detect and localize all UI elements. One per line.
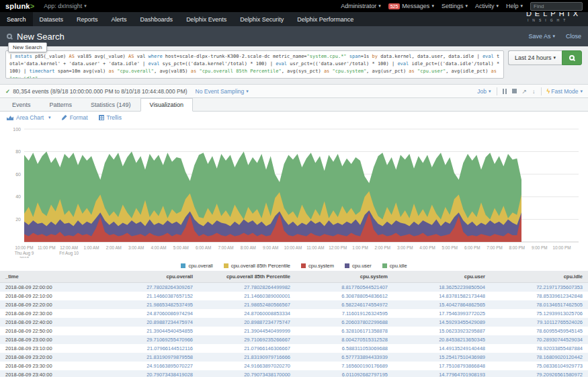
legend-item[interactable]: cpu.overall 85th Percentile <box>224 263 290 269</box>
table-cell[interactable]: 6.011092682797195 <box>296 370 393 377</box>
table-cell[interactable]: 17.75463993772025 <box>393 309 491 318</box>
table-cell[interactable]: 2018-08-09 23:30:00 <box>0 362 101 370</box>
table-cell[interactable]: 21.98653482537495 <box>101 300 198 309</box>
nav-datasets[interactable]: Datasets <box>33 12 71 26</box>
table-cell[interactable]: 21.07966144512116 <box>101 344 198 353</box>
column-header[interactable]: cpu.user <box>393 271 491 283</box>
table-cell[interactable]: 75.08336104929773 <box>491 362 588 370</box>
table-cell[interactable]: 78.85339612342848 <box>491 292 588 300</box>
table-cell[interactable]: 20.89887234475974 <box>101 318 198 327</box>
column-header[interactable]: _time <box>0 271 101 283</box>
table-cell[interactable]: 21.07966146306667 <box>198 344 296 353</box>
table-cell[interactable]: 21.83190979879558 <box>101 353 198 362</box>
run-search-button[interactable] <box>562 50 582 65</box>
column-header[interactable]: cpu.overall 85th Percentile <box>198 271 296 283</box>
table-cell[interactable]: 21.39044540454855 <box>101 327 198 335</box>
column-header[interactable]: cpu.overall <box>101 271 198 283</box>
chart-canvas[interactable]: 2040608010010:00 PM11:00 PM12:00 AM1:00 … <box>0 124 588 258</box>
nav-alerts[interactable]: Alerts <box>105 12 134 26</box>
table-cell[interactable]: 20.89887234775747 <box>198 318 296 327</box>
table-cell[interactable]: 15.25417510436989 <box>393 353 491 362</box>
chart-type-picker[interactable]: Area Chart <box>7 114 51 121</box>
tab-patterns[interactable]: Patterns <box>40 98 82 111</box>
table-cell[interactable]: 6.308788054836612 <box>296 292 393 300</box>
table-cell[interactable]: 24.91663897020270 <box>198 362 296 370</box>
table-cell[interactable]: 14.83781582173448 <box>393 292 491 300</box>
legend-item[interactable]: cpu.system <box>301 263 334 269</box>
table-cell[interactable]: 27.78028264309267 <box>101 283 198 292</box>
table-cell[interactable]: 14.77964701908193 <box>393 370 491 377</box>
table-cell[interactable]: 7.116019126324595 <box>296 309 393 318</box>
nav-delphix-events[interactable]: Delphix Events <box>179 12 233 26</box>
table-cell[interactable]: 2018-08-09 23:40:00 <box>0 370 101 377</box>
table-cell[interactable]: 6.588311053069688 <box>296 344 393 353</box>
table-cell[interactable]: 21.14660387657152 <box>101 292 198 300</box>
table-cell[interactable]: 2018-08-09 23:00:00 <box>0 335 101 344</box>
search-mode-menu[interactable]: ϟFast Mode <box>547 88 583 95</box>
nav-delphix-security[interactable]: Delphix Security <box>233 12 290 26</box>
table-cell[interactable]: 78.92033855487884 <box>491 344 588 353</box>
table-cell[interactable]: 78.60955459545145 <box>491 327 588 335</box>
app-menu[interactable]: App: dxInsight <box>44 3 87 9</box>
close-button[interactable]: Close <box>566 33 581 40</box>
format-button[interactable]: Format <box>62 114 88 121</box>
share-icon[interactable]: ↗ <box>522 88 528 95</box>
job-menu[interactable]: Job <box>477 88 491 95</box>
table-cell[interactable]: 6.582246174554972 <box>296 300 393 309</box>
table-cell[interactable]: 21.83190979716666 <box>198 353 296 362</box>
help-menu[interactable]: Help <box>506 3 523 9</box>
table-cell[interactable]: 27.78028264499982 <box>198 283 296 292</box>
table-cell[interactable]: 24.91663895070227 <box>101 362 198 370</box>
table-cell[interactable]: 2018-08-09 22:50:00 <box>0 327 101 335</box>
table-cell[interactable]: 2018-08-09 22:00:00 <box>0 283 101 292</box>
column-header[interactable]: cpu.idle <box>491 271 588 283</box>
table-cell[interactable]: 6.577733894433939 <box>296 353 393 362</box>
table-cell[interactable]: 20.79073438419028 <box>101 370 198 377</box>
table-cell[interactable]: 79.10112765524026 <box>491 318 588 327</box>
tab-visualization[interactable]: Visualization <box>140 98 193 112</box>
trellis-button[interactable]: Trellis <box>99 114 122 121</box>
user-menu[interactable]: Administrator <box>341 3 381 9</box>
table-cell[interactable]: 15.06233923295887 <box>393 327 491 335</box>
tab-statistics[interactable]: Statistics (149) <box>81 98 140 111</box>
table-cell[interactable]: 21.14660389000001 <box>198 292 296 300</box>
nav-reports[interactable]: Reports <box>70 12 105 26</box>
legend-item[interactable]: cpu.idle <box>382 263 407 269</box>
table-cell[interactable]: 21.98652480566567 <box>198 300 296 309</box>
table-cell[interactable]: 6.206037802299688 <box>296 318 393 327</box>
table-cell[interactable]: 2018-08-09 23:20:00 <box>0 353 101 362</box>
settings-menu[interactable]: Settings <box>442 3 468 9</box>
table-cell[interactable]: 14.49135249140448 <box>393 344 491 353</box>
table-cell[interactable]: 79.20926561580972 <box>491 370 588 377</box>
table-cell[interactable]: 21.39044540499999 <box>198 327 296 335</box>
table-cell[interactable]: 2018-08-09 22:10:00 <box>0 292 101 300</box>
column-header[interactable]: cpu.system <box>296 271 393 283</box>
save-as-button[interactable]: Save As <box>528 33 555 40</box>
table-cell[interactable]: 78.16809020120442 <box>491 353 588 362</box>
table-cell[interactable]: 24.87060008853334 <box>198 309 296 318</box>
tab-events[interactable]: Events <box>3 98 40 111</box>
legend-item[interactable]: cpu.user <box>345 263 372 269</box>
area-chart[interactable]: 2040608010010:00 PM11:00 PM12:00 AM1:00 … <box>0 124 588 271</box>
table-cell[interactable]: 18.36252239850504 <box>393 283 491 292</box>
table-cell[interactable]: 24.87060086974294 <box>101 309 198 318</box>
table-cell[interactable]: 20.84538213650345 <box>393 335 491 344</box>
activity-menu[interactable]: Activity <box>475 3 499 9</box>
table-cell[interactable]: 2018-08-09 23:10:00 <box>0 344 101 353</box>
nav-delphix-performance[interactable]: Delphix Performance <box>290 12 360 26</box>
table-cell[interactable]: 8.817760544521407 <box>296 283 393 292</box>
table-cell[interactable]: 70.28930744529034 <box>491 335 588 344</box>
table-cell[interactable]: 14.59293455429089 <box>393 318 491 327</box>
legend-item[interactable]: cpu.overall <box>181 263 212 269</box>
splunk-logo[interactable]: splunk> <box>5 2 34 10</box>
event-sampling-menu[interactable]: No Event Sampling <box>196 88 249 95</box>
pause-icon[interactable] <box>503 89 507 94</box>
nav-dashboards[interactable]: Dashboards <box>134 12 180 26</box>
table-cell[interactable]: 78.01346517462505 <box>491 300 588 309</box>
table-cell[interactable]: 29.71069235266667 <box>198 335 296 344</box>
nav-search[interactable]: Search <box>0 12 33 26</box>
messages-menu[interactable]: 525Messages <box>388 3 434 9</box>
table-cell[interactable]: 15.40427864862565 <box>393 300 491 309</box>
table-cell[interactable]: 2018-08-09 22:30:00 <box>0 309 101 318</box>
table-cell[interactable]: 72.21971735607353 <box>491 283 588 292</box>
